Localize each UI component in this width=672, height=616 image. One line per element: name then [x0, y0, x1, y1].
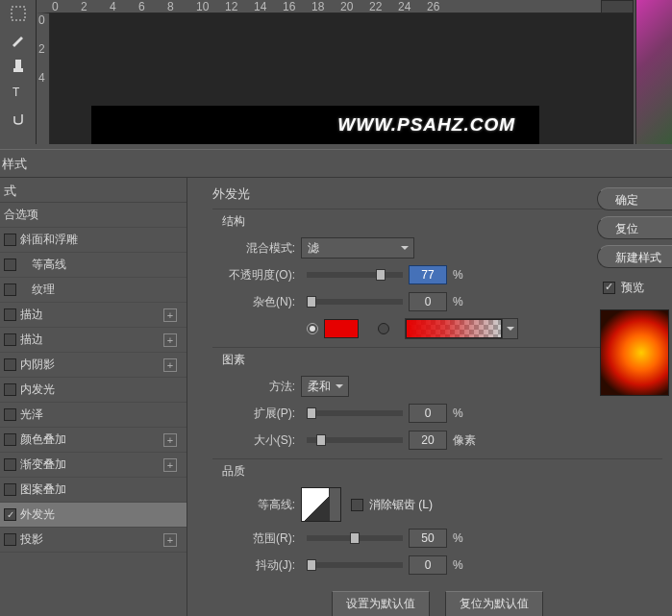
tool-toolbar: T — [0, 0, 37, 144]
style-checkbox[interactable] — [4, 234, 16, 246]
glow-gradient-swatch[interactable] — [406, 319, 502, 338]
clone-tool[interactable] — [3, 53, 34, 78]
jitter-input[interactable] — [409, 555, 447, 575]
opacity-slider[interactable] — [307, 272, 403, 278]
brush-tool[interactable] — [3, 27, 34, 52]
method-select[interactable]: 柔和 — [301, 376, 349, 397]
reset-default-button[interactable]: 复位为默认值 — [445, 591, 543, 616]
noise-slider[interactable] — [307, 299, 403, 305]
blend-mode-label: 混合模式: — [212, 240, 301, 257]
dialog-action-buttons: 确定 复位 新建样式 预览 — [597, 187, 672, 396]
style-item-11[interactable]: 图案叠加 — [0, 478, 187, 503]
style-checkbox[interactable] — [4, 358, 16, 371]
add-instance-icon[interactable]: + — [163, 533, 177, 547]
style-checkbox[interactable] — [4, 259, 16, 271]
jitter-label: 抖动(J): — [212, 557, 301, 574]
style-item-5[interactable]: 描边+ — [0, 328, 187, 353]
spread-label: 扩展(P): — [212, 406, 301, 422]
style-item-9[interactable]: 颜色叠加+ — [0, 428, 187, 453]
ok-button[interactable]: 确定 — [597, 187, 672, 210]
doc-properties-icon[interactable] — [601, 0, 634, 13]
add-instance-icon[interactable]: + — [163, 458, 177, 472]
make-default-button[interactable]: 设置为默认值 — [332, 591, 430, 616]
style-item-2[interactable]: 等高线 — [0, 253, 187, 278]
canvas-artwork: WWW.PSAHZ.COM — [91, 106, 539, 144]
opacity-label: 不透明度(O): — [212, 267, 301, 283]
canvas[interactable]: WWW.PSAHZ.COM — [50, 13, 634, 144]
add-instance-icon[interactable]: + — [163, 358, 177, 372]
percent-unit: % — [453, 268, 463, 282]
style-checkbox[interactable] — [4, 408, 16, 421]
antialias-label: 消除锯齿 (L) — [369, 497, 433, 513]
ruler-vertical: 0 2 4 — [37, 13, 50, 144]
styles-list: 式 合选项斜面和浮雕等高线纹理描边+描边+内阴影+内发光光泽颜色叠加+渐变叠加+… — [0, 178, 187, 616]
marquee-tool[interactable] — [3, 1, 34, 26]
color-panel[interactable] — [635, 0, 672, 144]
size-input[interactable] — [409, 431, 447, 450]
antialias-checkbox[interactable] — [351, 499, 363, 511]
style-item-13[interactable]: 投影+ — [0, 528, 187, 553]
style-label: 渐变叠加 — [20, 456, 163, 473]
style-label: 内发光 — [20, 382, 183, 398]
add-instance-icon[interactable]: + — [163, 433, 177, 447]
size-slider[interactable] — [307, 437, 403, 443]
style-label: 等高线 — [20, 257, 183, 273]
spread-input[interactable] — [409, 404, 447, 423]
style-checkbox[interactable] — [4, 458, 16, 471]
panel-title: 外发光 — [212, 185, 662, 203]
range-input[interactable] — [409, 529, 447, 548]
editor-top: T 0 2 4 6 8 10 12 14 16 18 20 22 24 26 0… — [0, 0, 672, 144]
style-item-8[interactable]: 光泽 — [0, 403, 187, 428]
style-label: 颜色叠加 — [20, 431, 163, 448]
opacity-input[interactable] — [409, 265, 447, 284]
style-checkbox[interactable] — [4, 333, 16, 346]
style-item-4[interactable]: 描边+ — [0, 303, 187, 328]
jitter-slider[interactable] — [307, 562, 403, 568]
size-label: 大小(S): — [212, 432, 301, 449]
style-item-0[interactable]: 合选项 — [0, 203, 187, 228]
style-label: 光泽 — [20, 407, 183, 423]
style-checkbox[interactable] — [4, 508, 16, 521]
style-checkbox[interactable] — [4, 483, 16, 496]
style-item-7[interactable]: 内发光 — [0, 378, 187, 403]
preview-label: 预览 — [621, 280, 644, 296]
style-checkbox[interactable] — [4, 433, 16, 446]
style-checkbox[interactable] — [4, 533, 16, 546]
glow-color-swatch[interactable] — [324, 319, 359, 338]
cancel-button[interactable]: 复位 — [597, 216, 672, 239]
style-checkbox[interactable] — [4, 383, 16, 396]
style-item-12[interactable]: 外发光 — [0, 503, 187, 528]
hand-tool[interactable] — [3, 105, 34, 130]
layer-style-dialog: 式 合选项斜面和浮雕等高线纹理描边+描边+内阴影+内发光光泽颜色叠加+渐变叠加+… — [0, 178, 672, 616]
outer-glow-settings: 外发光 结构 混合模式: 滤 不透明度(O): % 杂色(N): % — [187, 178, 672, 616]
style-item-6[interactable]: 内阴影+ — [0, 353, 187, 378]
preview-thumbnail — [600, 309, 669, 396]
type-tool[interactable]: T — [3, 79, 34, 104]
preview-checkbox[interactable] — [603, 282, 615, 294]
style-item-10[interactable]: 渐变叠加+ — [0, 453, 187, 478]
add-instance-icon[interactable]: + — [163, 308, 177, 322]
color-radio[interactable] — [307, 323, 318, 334]
gradient-dropdown-icon[interactable] — [502, 319, 517, 338]
style-item-1[interactable]: 斜面和浮雕 — [0, 228, 187, 253]
noise-input[interactable] — [409, 292, 447, 311]
range-slider[interactable] — [307, 535, 403, 541]
style-label: 斜面和浮雕 — [20, 232, 183, 248]
add-instance-icon[interactable]: + — [163, 333, 177, 347]
blend-mode-select[interactable]: 滤 — [301, 237, 414, 259]
spread-slider[interactable] — [307, 410, 403, 416]
new-style-button[interactable]: 新建样式 — [597, 245, 672, 268]
style-label: 描边 — [20, 332, 163, 348]
style-label: 纹理 — [20, 282, 183, 298]
method-label: 方法: — [212, 379, 301, 395]
style-item-3[interactable]: 纹理 — [0, 278, 187, 303]
style-label: 投影 — [20, 531, 163, 548]
dialog-title: 样式 — [0, 149, 672, 178]
svg-rect-2 — [13, 68, 23, 72]
style-checkbox[interactable] — [4, 283, 16, 296]
style-checkbox[interactable] — [4, 308, 16, 321]
gradient-radio[interactable] — [378, 323, 389, 334]
style-label: 内阴影 — [20, 357, 163, 373]
contour-picker[interactable] — [301, 487, 341, 522]
contour-label: 等高线: — [212, 497, 301, 513]
